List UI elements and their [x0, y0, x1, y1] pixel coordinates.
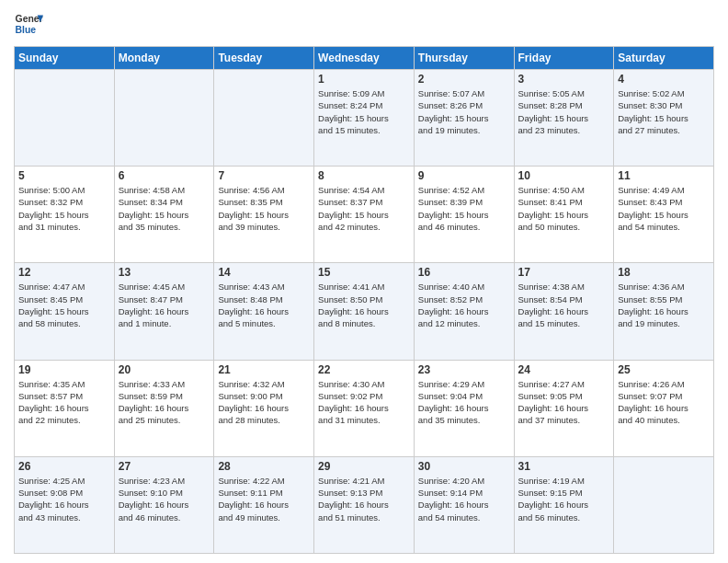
day-number: 4: [618, 73, 710, 86]
calendar-header-wednesday: Wednesday: [314, 47, 415, 70]
day-info: Sunrise: 4:45 AM Sunset: 8:47 PM Dayligh…: [119, 281, 210, 329]
calendar-cell: 24Sunrise: 4:27 AM Sunset: 9:05 PM Dayli…: [514, 360, 614, 456]
calendar-body: 1Sunrise: 5:09 AM Sunset: 8:24 PM Daylig…: [15, 70, 714, 554]
calendar-cell: 4Sunrise: 5:02 AM Sunset: 8:30 PM Daylig…: [614, 70, 714, 167]
day-number: 15: [318, 266, 410, 279]
day-info: Sunrise: 5:00 AM Sunset: 8:32 PM Dayligh…: [18, 184, 110, 233]
calendar-header-thursday: Thursday: [414, 47, 514, 70]
day-number: 7: [218, 169, 310, 182]
calendar-cell: 6Sunrise: 4:58 AM Sunset: 8:34 PM Daylig…: [114, 167, 214, 263]
day-number: 17: [518, 266, 610, 279]
day-info: Sunrise: 4:50 AM Sunset: 8:41 PM Dayligh…: [518, 184, 610, 233]
day-number: 28: [218, 460, 310, 473]
calendar-cell: 15Sunrise: 4:41 AM Sunset: 8:50 PM Dayli…: [314, 263, 415, 360]
day-info: Sunrise: 4:30 AM Sunset: 9:02 PM Dayligh…: [318, 378, 410, 427]
calendar-cell: 10Sunrise: 4:50 AM Sunset: 8:41 PM Dayli…: [514, 167, 614, 263]
day-info: Sunrise: 4:29 AM Sunset: 9:04 PM Dayligh…: [418, 378, 510, 427]
calendar-header-saturday: Saturday: [614, 47, 714, 70]
calendar-cell: [15, 70, 115, 167]
calendar-header-friday: Friday: [514, 47, 614, 70]
day-number: 10: [518, 169, 610, 182]
calendar-cell: 21Sunrise: 4:32 AM Sunset: 9:00 PM Dayli…: [214, 360, 314, 456]
day-info: Sunrise: 4:58 AM Sunset: 8:34 PM Dayligh…: [119, 184, 210, 233]
day-number: 18: [618, 266, 710, 279]
calendar-cell: 12Sunrise: 4:47 AM Sunset: 8:45 PM Dayli…: [15, 263, 115, 360]
day-number: 29: [318, 460, 410, 473]
day-info: Sunrise: 4:49 AM Sunset: 8:43 PM Dayligh…: [618, 184, 710, 233]
day-info: Sunrise: 4:41 AM Sunset: 8:50 PM Dayligh…: [318, 281, 410, 329]
day-number: 13: [119, 266, 210, 279]
day-number: 19: [18, 363, 110, 376]
logo-icon: General Blue: [14, 9, 43, 39]
day-info: Sunrise: 4:26 AM Sunset: 9:07 PM Dayligh…: [618, 378, 710, 427]
calendar-cell: 2Sunrise: 5:07 AM Sunset: 8:26 PM Daylig…: [414, 70, 514, 167]
calendar-cell: [214, 70, 314, 167]
calendar-week-4: 26Sunrise: 4:25 AM Sunset: 9:08 PM Dayli…: [15, 456, 714, 553]
day-info: Sunrise: 4:23 AM Sunset: 9:10 PM Dayligh…: [119, 475, 210, 523]
calendar-cell: 27Sunrise: 4:23 AM Sunset: 9:10 PM Dayli…: [114, 456, 214, 553]
day-info: Sunrise: 4:47 AM Sunset: 8:45 PM Dayligh…: [18, 281, 110, 329]
calendar-cell: 3Sunrise: 5:05 AM Sunset: 8:28 PM Daylig…: [514, 70, 614, 167]
calendar-cell: 29Sunrise: 4:21 AM Sunset: 9:13 PM Dayli…: [314, 456, 415, 553]
logo: General Blue: [14, 9, 43, 39]
day-number: 24: [518, 363, 610, 376]
calendar-week-3: 19Sunrise: 4:35 AM Sunset: 8:57 PM Dayli…: [15, 360, 714, 456]
day-number: 3: [518, 73, 610, 86]
day-number: 2: [418, 73, 510, 86]
day-number: 1: [318, 73, 410, 86]
day-number: 27: [119, 460, 210, 473]
day-number: 11: [618, 169, 710, 182]
calendar: SundayMondayTuesdayWednesdayThursdayFrid…: [14, 46, 714, 554]
day-info: Sunrise: 4:56 AM Sunset: 8:35 PM Dayligh…: [218, 184, 310, 233]
calendar-header-monday: Monday: [114, 47, 214, 70]
day-info: Sunrise: 4:25 AM Sunset: 9:08 PM Dayligh…: [18, 475, 110, 523]
day-number: 9: [418, 169, 510, 182]
page: General Blue SundayMondayTuesdayWednesda…: [0, 0, 728, 563]
day-info: Sunrise: 4:35 AM Sunset: 8:57 PM Dayligh…: [18, 378, 110, 427]
calendar-week-0: 1Sunrise: 5:09 AM Sunset: 8:24 PM Daylig…: [15, 70, 714, 167]
calendar-cell: 19Sunrise: 4:35 AM Sunset: 8:57 PM Dayli…: [15, 360, 115, 456]
calendar-cell: 30Sunrise: 4:20 AM Sunset: 9:14 PM Dayli…: [414, 456, 514, 553]
day-info: Sunrise: 4:38 AM Sunset: 8:54 PM Dayligh…: [518, 281, 610, 329]
calendar-week-1: 5Sunrise: 5:00 AM Sunset: 8:32 PM Daylig…: [15, 167, 714, 263]
calendar-header-tuesday: Tuesday: [214, 47, 314, 70]
calendar-cell: 31Sunrise: 4:19 AM Sunset: 9:15 PM Dayli…: [514, 456, 614, 553]
calendar-cell: 1Sunrise: 5:09 AM Sunset: 8:24 PM Daylig…: [314, 70, 415, 167]
day-number: 6: [119, 169, 210, 182]
day-info: Sunrise: 4:36 AM Sunset: 8:55 PM Dayligh…: [618, 281, 710, 329]
day-info: Sunrise: 5:02 AM Sunset: 8:30 PM Dayligh…: [618, 87, 710, 136]
calendar-cell: 23Sunrise: 4:29 AM Sunset: 9:04 PM Dayli…: [414, 360, 514, 456]
calendar-cell: 18Sunrise: 4:36 AM Sunset: 8:55 PM Dayli…: [614, 263, 714, 360]
day-number: 23: [418, 363, 510, 376]
calendar-week-2: 12Sunrise: 4:47 AM Sunset: 8:45 PM Dayli…: [15, 263, 714, 360]
calendar-cell: 8Sunrise: 4:54 AM Sunset: 8:37 PM Daylig…: [314, 167, 415, 263]
day-number: 30: [418, 460, 510, 473]
calendar-cell: 25Sunrise: 4:26 AM Sunset: 9:07 PM Dayli…: [614, 360, 714, 456]
day-number: 12: [18, 266, 110, 279]
day-number: 22: [318, 363, 410, 376]
day-info: Sunrise: 4:40 AM Sunset: 8:52 PM Dayligh…: [418, 281, 510, 329]
day-number: 14: [218, 266, 310, 279]
day-info: Sunrise: 5:05 AM Sunset: 8:28 PM Dayligh…: [518, 87, 610, 136]
day-number: 31: [518, 460, 610, 473]
calendar-cell: 22Sunrise: 4:30 AM Sunset: 9:02 PM Dayli…: [314, 360, 415, 456]
calendar-header-row: SundayMondayTuesdayWednesdayThursdayFrid…: [15, 47, 714, 70]
day-info: Sunrise: 4:20 AM Sunset: 9:14 PM Dayligh…: [418, 475, 510, 523]
calendar-cell: 16Sunrise: 4:40 AM Sunset: 8:52 PM Dayli…: [414, 263, 514, 360]
calendar-cell: [114, 70, 214, 167]
day-number: 25: [618, 363, 710, 376]
calendar-header-sunday: Sunday: [15, 47, 115, 70]
day-info: Sunrise: 4:33 AM Sunset: 8:59 PM Dayligh…: [119, 378, 210, 427]
day-number: 16: [418, 266, 510, 279]
calendar-cell: 5Sunrise: 5:00 AM Sunset: 8:32 PM Daylig…: [15, 167, 115, 263]
calendar-cell: 28Sunrise: 4:22 AM Sunset: 9:11 PM Dayli…: [214, 456, 314, 553]
day-info: Sunrise: 4:54 AM Sunset: 8:37 PM Dayligh…: [318, 184, 410, 233]
day-number: 21: [218, 363, 310, 376]
day-number: 26: [18, 460, 110, 473]
day-info: Sunrise: 4:52 AM Sunset: 8:39 PM Dayligh…: [418, 184, 510, 233]
day-info: Sunrise: 5:07 AM Sunset: 8:26 PM Dayligh…: [418, 87, 510, 136]
day-number: 20: [119, 363, 210, 376]
calendar-cell: 9Sunrise: 4:52 AM Sunset: 8:39 PM Daylig…: [414, 167, 514, 263]
calendar-cell: 14Sunrise: 4:43 AM Sunset: 8:48 PM Dayli…: [214, 263, 314, 360]
calendar-cell: 13Sunrise: 4:45 AM Sunset: 8:47 PM Dayli…: [114, 263, 214, 360]
